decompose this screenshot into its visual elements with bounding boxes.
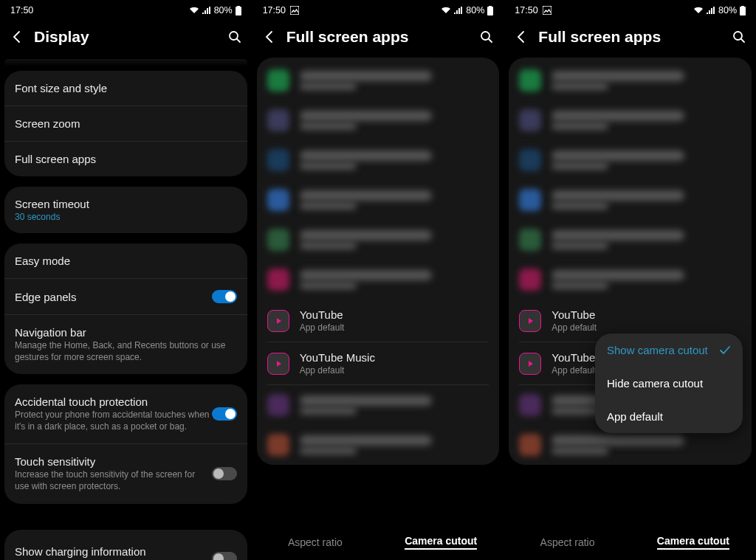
menu-hide-camera-cutout[interactable]: Hide camera cutout	[595, 367, 743, 400]
signal-icon	[454, 7, 463, 14]
setting-title: Easy mode	[15, 255, 237, 267]
setting-show-charging-information[interactable]: Show charging information Show battery l…	[4, 534, 247, 560]
app-icon	[267, 394, 289, 416]
app-sub: App default	[551, 202, 608, 210]
app-row[interactable]: Wordscapes ForeverApp default	[509, 220, 752, 260]
signal-icon	[202, 7, 211, 14]
setting-touch-sensitivity[interactable]: Touch sensitivityIncrease the touch sens…	[4, 444, 247, 503]
search-icon	[732, 30, 746, 44]
search-button[interactable]	[731, 29, 747, 45]
setting-accidental-touch-protection[interactable]: Accidental touch protectionProtect your …	[4, 384, 247, 444]
bottom-tabs: Aspect ratio Camera cutout	[252, 525, 504, 560]
app-sub: App default	[551, 162, 608, 170]
app-row[interactable]: WhatsAppApp default	[257, 61, 500, 100]
toggle-switch[interactable]	[212, 290, 237, 303]
setting-sub: Increase the touch sensitivity of the sc…	[15, 469, 212, 492]
app-sub: App default	[300, 447, 357, 454]
svg-rect-3	[290, 6, 299, 15]
app-row[interactable]: ZedgeApp default	[257, 385, 500, 425]
app-sub: App default	[300, 407, 357, 415]
chevron-left-icon	[263, 30, 276, 44]
app-name: Wordscapes Forever	[551, 230, 684, 241]
app-row[interactable]: Wikipedia BetaApp default	[257, 100, 500, 140]
setting-edge-panels[interactable]: Edge panels	[4, 279, 247, 315]
tab-camera-cutout[interactable]: Camera cutout	[630, 525, 756, 560]
setting-screen-zoom[interactable]: Screen zoom	[4, 106, 247, 142]
image-indicator-icon	[290, 6, 299, 15]
setting-font-size-and-style[interactable]: Font size and style	[4, 71, 247, 106]
back-button[interactable]	[513, 29, 529, 45]
chevron-left-icon	[10, 30, 24, 44]
app-icon	[519, 189, 541, 211]
menu-show-camera-cutout[interactable]: Show camera cutout	[595, 333, 743, 367]
setting-easy-mode[interactable]: Easy mode	[4, 243, 247, 279]
app-name: Windscribe	[551, 151, 684, 161]
setting-value: 30 seconds	[15, 212, 237, 222]
app-row[interactable]: WindscribeApp default	[509, 140, 752, 180]
app-icon	[267, 229, 289, 251]
app-name: Wonderland	[300, 190, 433, 201]
tab-camera-cutout[interactable]: Camera cutout	[378, 525, 504, 560]
tab-aspect-ratio[interactable]: Aspect ratio	[252, 525, 378, 560]
back-button[interactable]	[261, 29, 278, 45]
status-bar: 17:50 80%	[504, 0, 756, 21]
app-row[interactable]: YouTube MusicApp default	[257, 342, 500, 384]
app-row[interactable]: WonderlandApp default	[257, 180, 500, 220]
status-time: 17:50	[515, 5, 537, 15]
app-row[interactable]: Zapp LifeApp default	[257, 425, 500, 465]
app-sub: App default	[300, 83, 357, 90]
app-name: Windscribe	[300, 151, 433, 161]
app-row[interactable]: YouTubeApp default	[257, 300, 500, 342]
menu-app-default[interactable]: App default	[595, 400, 743, 433]
svg-point-2	[230, 32, 238, 40]
search-button[interactable]	[478, 29, 495, 45]
setting-full-screen-apps[interactable]: Full screen apps	[4, 142, 247, 176]
status-time: 17:50	[10, 5, 33, 15]
app-row[interactable]: TwitchApp default	[509, 260, 752, 300]
setting-screen-timeout[interactable]: Screen timeout30 seconds	[4, 187, 247, 233]
app-sub: App default	[300, 202, 357, 210]
status-battery-pct: 80%	[214, 5, 233, 15]
youtube-icon	[519, 310, 541, 332]
app-name: Zedge	[300, 395, 433, 406]
toggle-switch[interactable]	[212, 552, 237, 560]
toggle-switch[interactable]	[212, 467, 237, 480]
app-icon	[519, 229, 541, 251]
status-battery-pct: 80%	[718, 5, 737, 15]
bottom-tabs: Aspect ratio Camera cutout	[504, 525, 756, 560]
menu-item-label: Show camera cutout	[607, 344, 708, 356]
toggle-switch[interactable]	[212, 407, 237, 421]
pane-fullscreen-apps-menu: 17:50 80% Full screen apps WhatsAppApp d…	[504, 0, 756, 560]
app-list[interactable]: WhatsAppApp defaultWikipedia BetaApp def…	[257, 58, 500, 465]
page-title: Full screen apps	[286, 28, 479, 46]
svg-rect-1	[237, 6, 240, 7]
setting-navigation-bar[interactable]: Navigation barManage the Home, Back, and…	[4, 315, 247, 374]
settings-group: Easy modeEdge panelsNavigation barManage…	[4, 243, 247, 374]
signal-icon	[707, 7, 715, 14]
search-button[interactable]	[227, 29, 243, 45]
app-sub: App default	[551, 322, 741, 333]
tab-aspect-ratio[interactable]: Aspect ratio	[504, 525, 630, 560]
status-time: 17:50	[263, 5, 286, 15]
app-icon	[519, 109, 541, 131]
app-sub: App default	[551, 282, 608, 289]
app-icon	[519, 394, 541, 416]
app-name: Twitch	[300, 270, 433, 280]
app-row[interactable]: TwitchApp default	[257, 260, 500, 300]
wifi-icon	[189, 7, 199, 14]
chevron-left-icon	[515, 30, 528, 44]
search-icon	[480, 30, 493, 44]
back-button[interactable]	[9, 29, 25, 45]
app-row[interactable]: WindscribeApp default	[257, 140, 500, 180]
setting-title: Accidental touch protection	[15, 395, 212, 408]
battery-icon	[740, 6, 746, 15]
app-row[interactable]: WhatsAppApp default	[509, 61, 752, 100]
app-row[interactable]: Wikipedia BetaApp default	[509, 100, 752, 140]
page-title: Full screen apps	[538, 28, 731, 46]
wifi-icon	[441, 7, 451, 14]
app-sub: App default	[300, 162, 357, 170]
app-row[interactable]: WonderlandApp default	[509, 180, 752, 220]
app-row[interactable]: Wordscapes ForeverApp default	[257, 220, 500, 260]
setting-title: Screen timeout	[15, 198, 237, 210]
app-icon	[267, 269, 289, 291]
